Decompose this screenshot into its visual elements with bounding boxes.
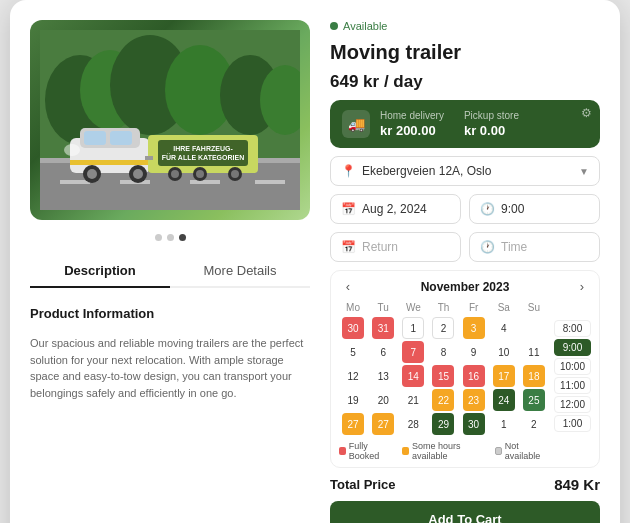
arrival-time-field[interactable]: 🕐 9:00 xyxy=(469,194,600,224)
image-dots xyxy=(30,234,310,241)
cal-day[interactable]: 31 xyxy=(372,317,394,339)
svg-rect-9 xyxy=(60,180,90,184)
product-tabs: Description More Details xyxy=(30,255,310,288)
time-slot-100[interactable]: 1:00 xyxy=(554,415,591,432)
return-placeholder-text: Return xyxy=(362,240,398,254)
legend-unavailable-label: Not available xyxy=(505,441,548,461)
svg-rect-11 xyxy=(190,180,220,184)
cal-day[interactable]: 5 xyxy=(342,341,364,363)
cal-day[interactable]: 25 xyxy=(523,389,545,411)
cal-day[interactable]: 23 xyxy=(463,389,485,411)
cal-day[interactable]: 21 xyxy=(402,389,424,411)
cal-day[interactable]: 8 xyxy=(432,341,454,363)
svg-point-32 xyxy=(231,170,239,178)
return-calendar-icon: 📅 xyxy=(341,240,356,254)
settings-icon[interactable]: ⚙ xyxy=(581,106,592,120)
header-fr: Fr xyxy=(460,300,488,315)
truck-icon: 🚚 xyxy=(342,110,370,138)
product-card: IHRE FAHRZEUG- FÜR ALLE KATEGORIEN Descr… xyxy=(10,0,620,523)
cal-day[interactable]: 17 xyxy=(493,365,515,387)
cal-day[interactable]: 19 xyxy=(342,389,364,411)
svg-rect-12 xyxy=(255,180,285,184)
location-text: Ekebergveien 12A, Oslo xyxy=(362,164,573,178)
cal-day[interactable]: 30 xyxy=(342,317,364,339)
cal-month-label: November 2023 xyxy=(421,280,510,294)
svg-point-18 xyxy=(87,169,97,179)
cal-day[interactable]: 16 xyxy=(463,365,485,387)
location-icon: 📍 xyxy=(341,164,356,178)
truck-emoji: 🚚 xyxy=(348,116,365,132)
availability-dot xyxy=(330,22,338,30)
header-su: Su xyxy=(520,300,548,315)
delivery-home: Home delivery kr 200.00 xyxy=(380,110,444,138)
right-panel: Available Moving trailer 649 kr / day 🚚 … xyxy=(330,20,600,523)
cal-day[interactable]: 27 xyxy=(342,413,364,435)
svg-point-20 xyxy=(133,169,143,179)
cal-day[interactable]: 22 xyxy=(432,389,454,411)
location-select[interactable]: 📍 Ekebergveien 12A, Oslo ▼ xyxy=(330,156,600,186)
delivery-home-value: kr 200.00 xyxy=(380,123,444,138)
delivery-pickup-label: Pickup store xyxy=(464,110,519,121)
cal-day[interactable]: 15 xyxy=(432,365,454,387)
tab-more-details[interactable]: More Details xyxy=(170,255,310,288)
return-date-field[interactable]: 📅 Return xyxy=(330,232,461,262)
cal-day[interactable]: 18 xyxy=(523,365,545,387)
cal-day[interactable]: 1 xyxy=(493,413,515,435)
delivery-pickup-value: kr 0.00 xyxy=(464,123,519,138)
legend-unavailable-dot xyxy=(495,447,502,455)
arrival-time-value: 9:00 xyxy=(501,202,524,216)
return-time-field[interactable]: 🕐 Time xyxy=(469,232,600,262)
cal-day[interactable]: 27 xyxy=(372,413,394,435)
cal-times: 8:00 9:00 10:00 11:00 12:00 1:00 xyxy=(554,300,591,461)
time-slot-900[interactable]: 9:00 xyxy=(554,339,591,356)
dot-2 xyxy=(167,234,174,241)
product-image: IHRE FAHRZEUG- FÜR ALLE KATEGORIEN xyxy=(30,20,310,220)
cal-day[interactable]: 20 xyxy=(372,389,394,411)
cal-day[interactable]: 9 xyxy=(463,341,485,363)
cal-day[interactable]: 11 xyxy=(523,341,545,363)
delivery-pickup: Pickup store kr 0.00 xyxy=(464,110,519,138)
time-slot-1000[interactable]: 10:00 xyxy=(554,358,591,375)
tab-description[interactable]: Description xyxy=(30,255,170,288)
svg-point-30 xyxy=(196,170,204,178)
product-price: 649 kr / day xyxy=(330,72,600,92)
availability-badge: Available xyxy=(330,20,600,32)
cal-day[interactable]: 3 xyxy=(463,317,485,339)
cal-day[interactable]: 14 xyxy=(402,365,424,387)
time-slot-1200[interactable]: 12:00 xyxy=(554,396,591,413)
total-row: Total Price 849 Kr xyxy=(330,476,600,493)
cal-day[interactable]: 24 xyxy=(493,389,515,411)
legend-booked: Fully Booked xyxy=(339,441,392,461)
cal-day[interactable]: 12 xyxy=(342,365,364,387)
calendar: ‹ November 2023 › Mo Tu We Th Fr Sa Su 3… xyxy=(330,270,600,468)
cal-next-button[interactable]: › xyxy=(573,279,591,294)
return-time-placeholder-text: Time xyxy=(501,240,527,254)
cal-day[interactable]: 28 xyxy=(402,413,424,435)
cal-day: 4 xyxy=(493,317,515,339)
cal-day[interactable]: 2 xyxy=(523,413,545,435)
product-info-text: Our spacious and reliable moving trailer… xyxy=(30,335,310,401)
svg-text:IHRE FAHRZEUG-: IHRE FAHRZEUG- xyxy=(173,145,233,152)
time-slot-800[interactable]: 8:00 xyxy=(554,320,591,337)
cal-day[interactable]: 29 xyxy=(432,413,454,435)
cal-day[interactable]: 7 xyxy=(402,341,424,363)
cal-day[interactable]: 10 xyxy=(493,341,515,363)
car-scene-svg: IHRE FAHRZEUG- FÜR ALLE KATEGORIEN xyxy=(40,30,300,210)
cal-day[interactable]: 2 xyxy=(432,317,454,339)
svg-rect-16 xyxy=(110,131,132,145)
svg-text:FÜR ALLE KATEGORIEN: FÜR ALLE KATEGORIEN xyxy=(162,153,244,161)
delivery-inner: Home delivery kr 200.00 Pickup store kr … xyxy=(380,110,588,138)
arrival-date-field[interactable]: 📅 Aug 2, 2024 xyxy=(330,194,461,224)
time-slot-1100[interactable]: 11:00 xyxy=(554,377,591,394)
cal-day[interactable]: 13 xyxy=(372,365,394,387)
clock-icon: 🕐 xyxy=(480,202,495,216)
cal-day[interactable]: 6 xyxy=(372,341,394,363)
legend-some-dot xyxy=(402,447,409,455)
svg-point-28 xyxy=(171,170,179,178)
cal-day[interactable]: 1 xyxy=(402,317,424,339)
cal-prev-button[interactable]: ‹ xyxy=(339,279,357,294)
add-to-cart-button[interactable]: Add To Cart xyxy=(330,501,600,523)
cal-day-headers: Mo Tu We Th Fr Sa Su 30 31 1 2 3 4 xyxy=(339,300,548,435)
return-clock-icon: 🕐 xyxy=(480,240,495,254)
cal-day[interactable]: 30 xyxy=(463,413,485,435)
